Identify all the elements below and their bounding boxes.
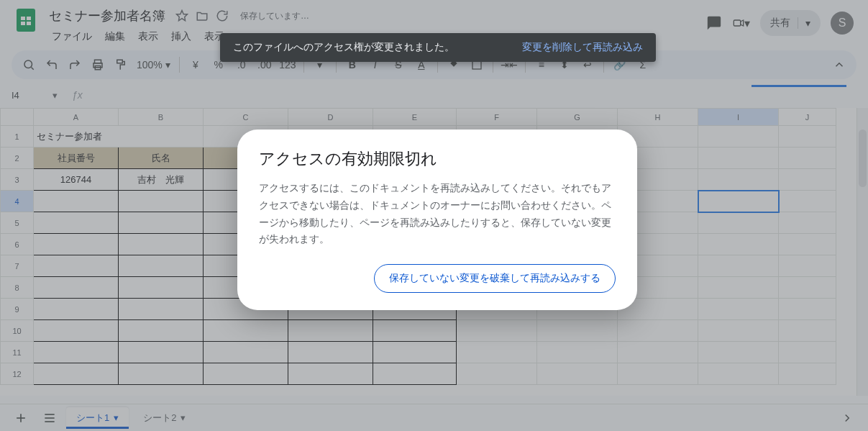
dialog-title: アクセスの有効期限切れ bbox=[259, 148, 616, 170]
toast-message: このファイルへのアクセス権が変更されました。 bbox=[233, 41, 454, 54]
discard-reload-button[interactable]: 保存していない変更を破棄して再読み込みする bbox=[374, 264, 616, 293]
access-expired-dialog: アクセスの有効期限切れ アクセスするには、このドキュメントを再読み込みしてくださ… bbox=[237, 130, 637, 310]
access-changed-toast: このファイルへのアクセス権が変更されました。 変更を削除して再読み込み bbox=[220, 33, 656, 62]
toast-action-link[interactable]: 変更を削除して再読み込み bbox=[522, 41, 643, 54]
dialog-body: アクセスするには、このドキュメントを再読み込みしてください。それでもアクセスでき… bbox=[259, 180, 616, 248]
